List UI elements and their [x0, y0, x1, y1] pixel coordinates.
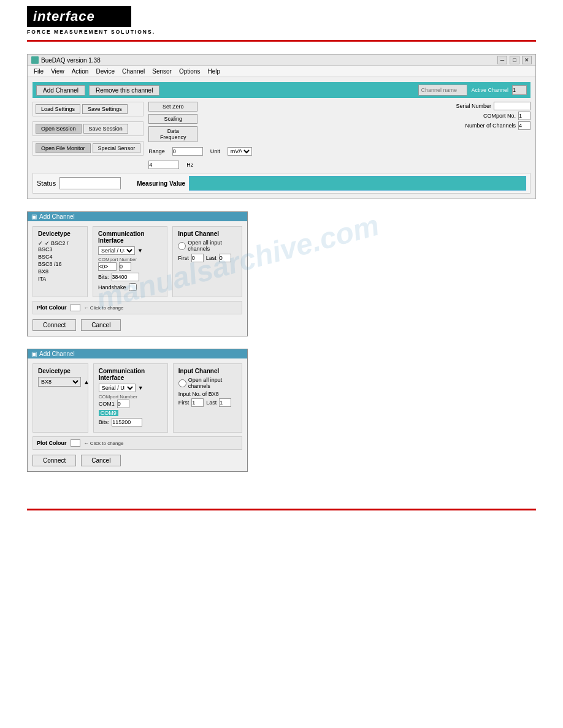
scaling-button[interactable]: Scaling	[148, 114, 197, 124]
last-input-2[interactable]	[219, 398, 231, 407]
plot-colour-title-2: Plot Colour	[37, 440, 67, 446]
add-channel-button[interactable]: Add Channel	[36, 85, 85, 96]
cancel-button-1[interactable]: Cancel	[81, 319, 121, 331]
open-all-radio-2[interactable]: Open all input channels	[178, 377, 237, 389]
freq-input[interactable]	[148, 161, 179, 169]
device-bx8[interactable]: BX8	[38, 268, 82, 275]
comm-interface-select-1[interactable]: Serial / USB / BT	[98, 246, 135, 255]
save-settings-button[interactable]: Save Settings	[82, 104, 128, 114]
com-minus-input-1[interactable]	[98, 262, 117, 271]
input-title-2: Input Channel	[178, 368, 237, 374]
first-input-2[interactable]	[191, 398, 204, 407]
com-port-input[interactable]	[518, 112, 530, 120]
comm-panel-2: Communication Interface Serial / USB / B…	[93, 363, 168, 433]
bits-label-2: Bits:	[99, 419, 110, 425]
data-frequency-button[interactable]: Data Frequency	[148, 126, 197, 142]
handshake-label-1: Handshake	[98, 284, 126, 290]
logo-container: interface FORCE MEASUREMENT SOLUTIONS.	[27, 6, 536, 35]
footer-divider	[27, 509, 536, 510]
add-channel-icon: ▣	[31, 213, 37, 220]
add-channel-window-2: ▣ Add Channel Devicetype BX8 BSC2 / BSC3…	[27, 349, 248, 472]
save-session-button[interactable]: Save Session	[83, 124, 128, 134]
add-channel-body-1: Devicetype ✓ BSC2 / BSC3 BSC4 BSC8 /16 B…	[28, 221, 247, 336]
plot-colour-row-2: Plot Colour ← Click to change	[33, 436, 242, 450]
first-input-1[interactable]	[191, 254, 204, 262]
handshake-checkbox-1[interactable]	[129, 283, 137, 291]
device-bsc2-bsc3[interactable]: ✓ BSC2 / BSC3	[38, 240, 82, 253]
menu-channel[interactable]: Channel	[118, 67, 148, 76]
measuring-value-label: Measuring Value	[137, 180, 185, 187]
window-menubar: File View Action Device Channel Sensor O…	[28, 66, 535, 77]
main-content: BueDAQ version 1.38 ─ □ ✕ File View Acti…	[0, 42, 563, 496]
maximize-button[interactable]: □	[510, 56, 519, 64]
num-channels-input[interactable]	[518, 121, 530, 130]
colour-swatch-2[interactable]	[71, 439, 80, 447]
open-session-button[interactable]: Open Session	[36, 124, 82, 134]
add-channel-title-text-2: Add Channel	[39, 351, 75, 357]
menu-options[interactable]: Options	[175, 67, 204, 76]
title-left: BueDAQ version 1.38	[31, 56, 101, 64]
input-no-label-row: Input No. of BX8	[178, 391, 237, 397]
open-all-radio-input-1[interactable]	[178, 242, 186, 250]
devicetype-select-2[interactable]: BX8 BSC2 / BSC3 BSC4 BSC8 /16 ITA	[38, 377, 81, 387]
input-panel-2: Input Channel Open all input channels In…	[173, 363, 242, 433]
ac-bottom-btns-1: Connect Cancel	[33, 319, 242, 331]
device-bsc8-16[interactable]: BSC8 /16	[38, 260, 82, 268]
channel-name-input[interactable]	[418, 85, 467, 96]
window-controls[interactable]: ─ □ ✕	[497, 56, 532, 64]
window-title: BueDAQ version 1.38	[41, 57, 101, 64]
last-label-1: Last	[206, 255, 216, 261]
tagline: FORCE MEASUREMENT SOLUTIONS.	[27, 29, 536, 35]
set-zero-button[interactable]: Set Zero	[148, 102, 197, 112]
status-input[interactable]	[59, 177, 121, 189]
open-all-label-1: Open all input channels	[188, 240, 237, 252]
serial-number-input[interactable]	[494, 102, 530, 110]
com1-value-input[interactable]	[117, 400, 129, 408]
open-all-radio-input-2[interactable]	[178, 379, 186, 387]
menu-help[interactable]: Help	[204, 67, 224, 76]
buedaq-content: Add Channel Remove this channel Active C…	[28, 77, 535, 199]
open-file-monitor-button[interactable]: Open File Monitor	[36, 143, 91, 153]
comm-arrow-icon: ▼	[137, 248, 143, 254]
bits-input-2[interactable]	[112, 418, 142, 427]
menu-view[interactable]: View	[47, 67, 68, 76]
add-channel-title-2: ▣ Add Channel	[28, 349, 247, 358]
range-input[interactable]	[172, 147, 203, 156]
load-settings-button[interactable]: Load Settings	[36, 104, 80, 114]
right-top: Set Zero Scaling Data Frequency Serial N…	[148, 102, 530, 142]
menu-action[interactable]: Action	[68, 67, 93, 76]
connect-button-2[interactable]: Connect	[33, 455, 76, 466]
device-bsc4[interactable]: BSC4	[38, 253, 82, 260]
menu-sensor[interactable]: Sensor	[148, 67, 175, 76]
open-all-radio-1[interactable]: Open all input channels	[178, 240, 237, 252]
device-ita[interactable]: ITA	[38, 275, 82, 282]
remove-channel-button[interactable]: Remove this channel	[89, 85, 159, 96]
menu-file[interactable]: File	[30, 67, 47, 76]
serial-number-row: Serial Number	[456, 102, 530, 110]
range-label: Range	[148, 148, 165, 154]
devicetype-title-1: Devicetype	[38, 230, 82, 237]
comm-panel-1: Communication Interface Serial / USB / B…	[93, 226, 167, 297]
middle-section: Load Settings Save Settings Open Session…	[33, 102, 530, 169]
last-input-1[interactable]	[219, 254, 231, 262]
colour-click-label-2: ← Click to change	[84, 441, 124, 446]
first-last-row-2: First Last	[178, 398, 237, 407]
minimize-button[interactable]: ─	[497, 56, 507, 64]
special-sensor-button[interactable]: Special Sensor	[93, 143, 141, 153]
unit-select[interactable]: mV/V N kN	[228, 147, 252, 156]
add-channel-icon-2: ▣	[31, 351, 37, 357]
menu-device[interactable]: Device	[92, 67, 118, 76]
com-port-sub-label-1: COMport Number	[98, 257, 162, 262]
active-channel-input[interactable]	[512, 85, 527, 95]
devicetype-select-row: BX8 BSC2 / BSC3 BSC4 BSC8 /16 ITA ▲	[38, 377, 83, 387]
connect-button-1[interactable]: Connect	[33, 319, 76, 331]
comm-interface-select-2[interactable]: Serial / USB / BT	[99, 384, 136, 392]
colour-swatch-1[interactable]	[71, 304, 80, 311]
com-port-label: COMport No.	[483, 113, 516, 119]
bits-input-1[interactable]	[112, 273, 139, 281]
comm-interface-row-1: Serial / USB / BT ▼	[98, 246, 162, 255]
num-channels-row: Number of Channels	[456, 121, 530, 130]
close-button[interactable]: ✕	[522, 56, 532, 64]
com-value-input-1[interactable]	[119, 262, 131, 271]
cancel-button-2[interactable]: Cancel	[81, 455, 121, 466]
